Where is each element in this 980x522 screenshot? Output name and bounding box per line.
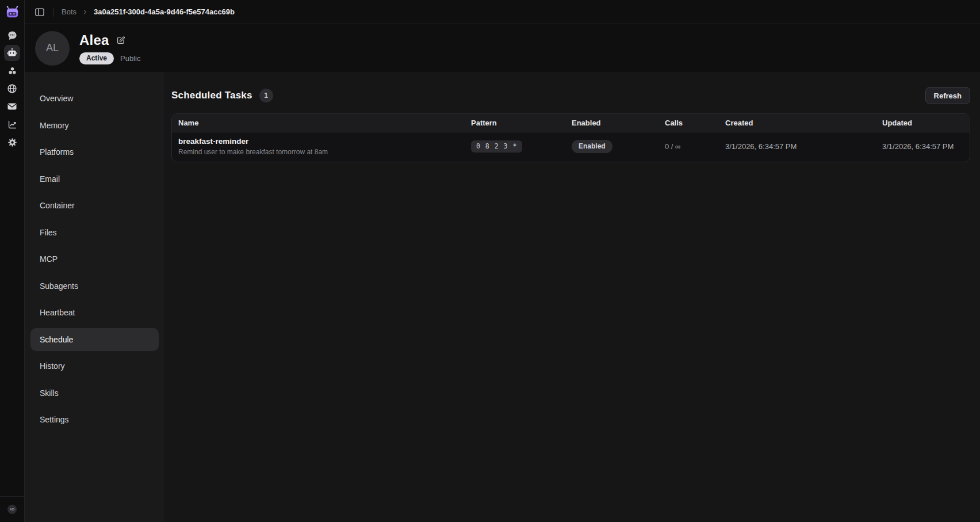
- updated-value: 3/1/2026, 6:34:57 PM: [882, 142, 963, 151]
- sidebar-item-heartbeat[interactable]: Heartbeat: [30, 301, 159, 324]
- robot-logo-icon: [5, 5, 20, 20]
- scheduled-tasks-table: Name Pattern Enabled Calls Created Updat…: [171, 113, 970, 162]
- app-window: AD Bots 3a0a251f-300d-4a5a-9d46-f5e574ac…: [0, 0, 980, 522]
- icon-rail: AD: [0, 0, 25, 522]
- sidebar-toggle-icon[interactable]: [32, 4, 48, 20]
- chat-icon[interactable]: [4, 27, 20, 43]
- schedule-panel: Scheduled Tasks 1 Refresh Name Pattern E…: [163, 72, 980, 522]
- refresh-button[interactable]: Refresh: [925, 87, 970, 104]
- gear-icon[interactable]: [4, 134, 20, 150]
- col-header-enabled: Enabled: [572, 119, 665, 127]
- visibility-label: Public: [120, 54, 140, 63]
- sidebar-item-overview[interactable]: Overview: [30, 87, 159, 110]
- sidebar-item-platforms[interactable]: Platforms: [30, 140, 159, 163]
- breadcrumb-bots-link[interactable]: Bots: [62, 7, 76, 16]
- app-logo[interactable]: [0, 0, 24, 24]
- bot-icon[interactable]: [4, 45, 20, 61]
- sidebar-item-schedule[interactable]: Schedule: [30, 328, 159, 351]
- sidebar-item-skills[interactable]: Skills: [30, 382, 159, 405]
- bot-header: AL Alea Active Public: [25, 24, 980, 72]
- user-avatar[interactable]: AD: [7, 505, 17, 514]
- col-header-created: Created: [725, 119, 882, 127]
- task-name: breakfast-reminder: [178, 137, 471, 146]
- rail-footer: AD: [0, 496, 24, 522]
- breadcrumb: Bots 3a0a251f-300d-4a5a-9d46-f5e574acc69…: [62, 7, 235, 16]
- sidebar-item-memory[interactable]: Memory: [30, 114, 159, 137]
- table-header-row: Name Pattern Enabled Calls Created Updat…: [172, 114, 970, 132]
- breadcrumb-bot-id: 3a0a251f-300d-4a5a-9d46-f5e574acc69b: [94, 7, 235, 16]
- sidebar-item-mcp[interactable]: MCP: [30, 247, 159, 270]
- table-row[interactable]: breakfast-reminder Remind user to make b…: [172, 132, 970, 162]
- edit-name-icon[interactable]: [116, 36, 125, 45]
- nodes-icon[interactable]: [4, 63, 20, 79]
- globe-icon[interactable]: [4, 81, 20, 97]
- sidebar-item-files[interactable]: Files: [30, 221, 159, 244]
- page-title: Scheduled Tasks: [171, 90, 252, 101]
- col-header-pattern: Pattern: [471, 119, 572, 127]
- sidebar-item-email[interactable]: Email: [30, 167, 159, 190]
- col-header-name: Name: [178, 119, 471, 127]
- col-header-updated: Updated: [882, 119, 963, 127]
- topbar-divider: [53, 7, 54, 17]
- bot-name: Alea: [79, 32, 109, 48]
- task-description: Remind user to make breakfast tomorrow a…: [178, 148, 471, 156]
- sidebar-item-container[interactable]: Container: [30, 194, 159, 217]
- task-count-badge: 1: [259, 89, 273, 102]
- bot-avatar: AL: [35, 31, 70, 66]
- sidebar-item-subagents[interactable]: Subagents: [30, 275, 159, 298]
- sidebar-item-history[interactable]: History: [30, 355, 159, 378]
- created-value: 3/1/2026, 6:34:57 PM: [725, 142, 882, 151]
- col-header-calls: Calls: [665, 119, 725, 127]
- bot-sidebar-nav: Overview Memory Platforms Email Containe…: [25, 72, 163, 522]
- chart-icon[interactable]: [4, 116, 20, 132]
- sidebar-item-settings[interactable]: Settings: [30, 408, 159, 431]
- topbar: Bots 3a0a251f-300d-4a5a-9d46-f5e574acc69…: [25, 0, 980, 24]
- enabled-badge: Enabled: [572, 140, 612, 153]
- status-badge: Active: [79, 52, 114, 64]
- rail-nav: [4, 27, 20, 150]
- mail-icon[interactable]: [4, 98, 20, 115]
- calls-value: 0 / ∞: [665, 142, 725, 151]
- cron-pattern-chip: 0 8 2 3 *: [471, 140, 522, 153]
- chevron-right-icon: [82, 9, 89, 16]
